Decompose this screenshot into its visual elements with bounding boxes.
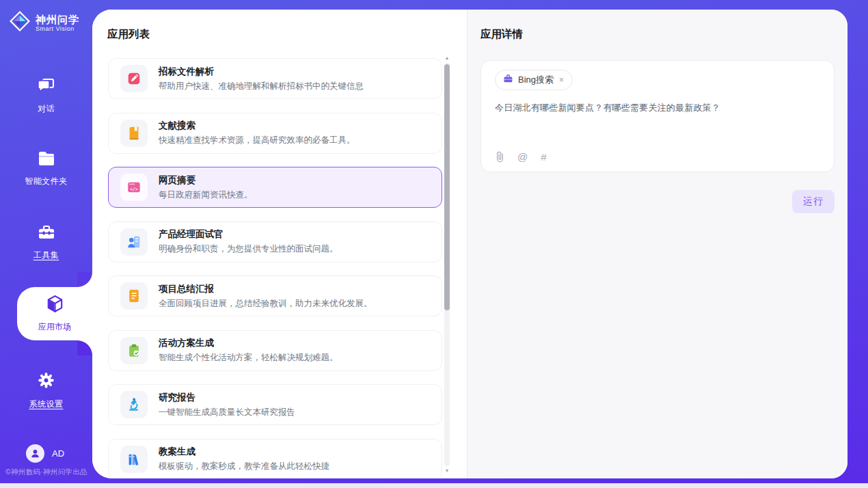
app-card-desc: 每日政府新闻资讯快查。 (159, 189, 253, 201)
prompt-input-card[interactable]: Bing搜索 × 今日湖北有哪些新闻要点？有哪些需要关注的最新政策？ @ # (480, 60, 835, 172)
user-account[interactable]: AD (26, 444, 64, 463)
bubble-curve-bottom (77, 340, 92, 355)
report-note-icon (120, 282, 148, 310)
app-card-name: 文献搜索 (159, 120, 355, 132)
sidebar-item-toolset[interactable]: 工具集 (0, 224, 92, 261)
app-card-desc: 明确身份和职责，为您提供专业性的面试问题。 (159, 243, 338, 255)
query-input-text[interactable]: 今日湖北有哪些新闻要点？有哪些需要关注的最新政策？ (495, 102, 820, 114)
app-card-research-report[interactable]: 研究报告 一键智能生成高质量长文本研究报告 (108, 384, 442, 425)
app-detail-title: 应用详情 (480, 27, 835, 42)
sidebar-item-settings[interactable]: 系统设置 (0, 371, 92, 410)
paperclip-icon[interactable] (496, 151, 504, 163)
app-card-desc: 快速精准查找学术资源，提高研究效率的必备工具。 (159, 135, 355, 146)
app-card-name: 教案生成 (159, 446, 329, 458)
app-card-desc: 智能生成个性化活动方案，轻松解决规划难题。 (159, 352, 338, 364)
app-card-name: 网页摘要 (159, 174, 253, 187)
briefcase-icon (503, 74, 513, 86)
interviewer-icon (120, 228, 148, 256)
app-card-literature-search[interactable]: 文献搜索 快速精准查找学术资源，提高研究效率的必备工具。 (108, 113, 442, 154)
browser-code-icon: </> (120, 174, 148, 201)
brand-name: 神州问学 (36, 14, 79, 25)
app-card-list: 招标文件解析 帮助用户快速、准确地理解和解析招标书中的关键信息 文献搜索 快速精… (108, 58, 442, 478)
tool-tag-bing[interactable]: Bing搜索 × (495, 70, 573, 90)
app-card-name: 活动方案生成 (159, 337, 338, 349)
app-card-name: 产品经理面试官 (159, 228, 338, 241)
toolbox-icon (37, 224, 56, 243)
microscope-icon (120, 391, 148, 418)
tag-close-icon[interactable]: × (558, 75, 565, 85)
input-toolbar: @ # (496, 151, 547, 163)
sidebar-item-label: 系统设置 (29, 398, 64, 410)
app-card-desc: 一键智能生成高质量长文本研究报告 (159, 407, 295, 418)
app-list-panel: 应用列表 招标文件解析 帮助用户快速、准确地理解和解析招标书中的关键信息 (92, 10, 467, 478)
sidebar-item-label: 工具集 (33, 249, 59, 261)
copyright-footer: ©神州数码·神州问学出品 (5, 467, 92, 477)
sidebar-item-smart-folder[interactable]: 智能文件夹 (0, 150, 92, 187)
sidebar-item-chat[interactable]: 对话 (0, 77, 92, 115)
app-detail-panel: 应用详情 Bing搜索 × 今日湖北有哪些新闻要点？有哪些需要关注的最新政策？ (467, 10, 847, 478)
svg-text:</>: </> (130, 187, 138, 192)
cube-icon (46, 295, 64, 316)
app-list-title: 应用列表 (107, 27, 150, 42)
books-icon (120, 446, 148, 473)
doc-edit-icon (120, 65, 148, 92)
brand-logo: 神州问学 Smart Vision (10, 11, 79, 34)
user-initials: AD (52, 448, 64, 459)
app-card-pm-interviewer[interactable]: 产品经理面试官 明确身份和职责，为您提供专业性的面试问题。 (108, 221, 442, 262)
hash-icon[interactable]: # (541, 151, 546, 163)
app-card-bid-parse[interactable]: 招标文件解析 帮助用户快速、准确地理解和解析招标书中的关键信息 (108, 58, 442, 99)
sidebar-item-app-market-active[interactable]: 应用市场 (17, 287, 92, 340)
sidebar-item-label: 对话 (38, 103, 55, 115)
brand-subtitle: Smart Vision (36, 25, 79, 32)
app-card-name: 研究报告 (159, 392, 295, 404)
app-card-event-plan[interactable]: 活动方案生成 智能生成个性化活动方案，轻松解决规划难题。 (108, 330, 442, 371)
app-card-name: 项目总结汇报 (159, 283, 372, 295)
app-card-lesson-plan[interactable]: 教案生成 模板驱动，教案秒成，教学准备从此轻松快捷 (108, 439, 442, 479)
main-content-frame: 应用列表 招标文件解析 帮助用户快速、准确地理解和解析招标书中的关键信息 (92, 10, 847, 478)
bottom-edge-strip (0, 483, 868, 488)
run-button[interactable]: 运行 (792, 190, 835, 213)
clipboard-check-icon (120, 337, 148, 364)
gear-icon (37, 371, 55, 392)
scroll-up-icon[interactable]: ▲ (444, 55, 450, 62)
at-sign-icon[interactable]: @ (517, 151, 528, 163)
scrollbar-thumb[interactable] (444, 64, 450, 310)
folder-icon (37, 150, 56, 170)
app-card-project-summary[interactable]: 项目总结汇报 全面回顾项目进展，总结经验教训，助力未来优化发展。 (108, 275, 442, 316)
app-card-desc: 全面回顾项目进展，总结经验教训，助力未来优化发展。 (159, 298, 372, 310)
app-card-web-summary-selected[interactable]: </> 网页摘要 每日政府新闻资讯快查。 (108, 167, 442, 208)
sidebar-item-label: 智能文件夹 (25, 176, 68, 187)
diamond-logo-icon (10, 11, 30, 34)
app-list-scrollbar[interactable]: ▲ ▼ (444, 55, 450, 474)
sidebar-item-label: 应用市场 (38, 321, 71, 333)
bubble-curve-top (77, 272, 92, 287)
run-row: 运行 (480, 190, 835, 213)
sidebar: 神州问学 Smart Vision 对话 智能文件夹 (0, 0, 92, 488)
app-card-desc: 模板驱动，教案秒成，教学准备从此轻松快捷 (159, 461, 329, 472)
book-icon (120, 120, 148, 147)
chat-icon (37, 77, 56, 97)
app-card-name: 招标文件解析 (159, 66, 364, 78)
tool-tag-label: Bing搜索 (518, 74, 554, 86)
app-card-desc: 帮助用户快速、准确地理解和解析招标书中的关键信息 (159, 81, 364, 92)
scroll-down-icon[interactable]: ▼ (444, 467, 450, 474)
avatar (26, 444, 44, 463)
